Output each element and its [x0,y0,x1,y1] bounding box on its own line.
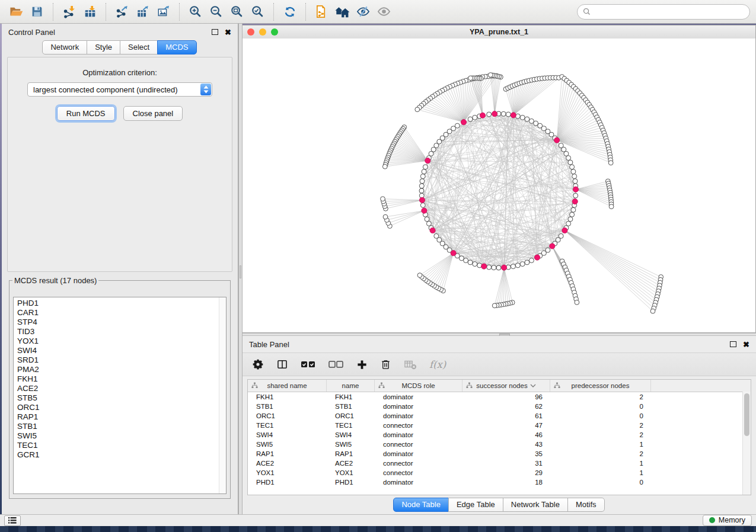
tab-edge-table[interactable]: Edge Table [448,498,503,512]
column-header-label: shared name [267,382,307,389]
mcds-result-item[interactable]: ACE2 [17,384,226,393]
table-row[interactable]: FKH1FKH1dominator962 [248,392,751,402]
mcds-result-item[interactable]: STB1 [17,422,226,431]
save-session-icon[interactable] [27,2,47,22]
float-panel-icon[interactable] [730,341,736,347]
tab-node-table[interactable]: Node Table [393,498,449,512]
mcds-result-item[interactable]: TID3 [17,327,226,336]
column-header-successor-nodes[interactable]: successor nodes [462,380,550,392]
list-scrollbar[interactable] [219,297,226,493]
float-panel-icon[interactable] [212,29,218,35]
split-panel-icon[interactable] [276,358,288,370]
unselect-all-icon[interactable] [328,360,344,369]
hide-selected-icon[interactable] [353,2,374,22]
optimization-criterion-select[interactable]: largest connected component (undirected) [27,82,212,97]
share-styles-icon[interactable] [311,2,332,22]
column-header-label: predecessor nodes [572,382,630,389]
table-scrollbar[interactable] [742,392,751,495]
mcds-result-list[interactable]: PHD1CAR1STP4TID3YOX1SWI4SRD1PMA2FKH1ACE2… [13,297,227,494]
mcds-result-item[interactable]: TEC1 [17,441,226,450]
import-network-icon[interactable] [59,2,79,22]
mcds-result-item[interactable]: ORC1 [17,403,226,412]
column-header-label: successor nodes [476,382,527,389]
network-window-titlebar[interactable]: YPA_prune.txt_1 [243,25,755,39]
tab-network-table[interactable]: Network Table [503,498,568,512]
mcds-result-item[interactable]: SWI5 [17,431,226,441]
cell-predecessor-nodes: 2 [550,422,651,429]
add-column-icon[interactable] [356,359,368,370]
tab-motifs[interactable]: Motifs [567,498,605,512]
vertical-splitter[interactable] [238,24,243,514]
show-hidden-icon[interactable] [374,2,394,22]
mcds-result-item[interactable]: CAR1 [17,308,226,318]
table-row[interactable]: SWI5SWI5connector431 [248,440,751,449]
close-panel-button[interactable]: Close panel [123,106,183,121]
table-row[interactable]: YOX1YOX1connector291 [248,468,751,477]
zoom-fit-icon[interactable] [227,2,247,22]
close-panel-icon[interactable]: ✖ [743,341,749,348]
mcds-result-item[interactable]: SRD1 [17,355,226,365]
delete-column-icon[interactable] [380,358,391,370]
mcds-result-item[interactable]: FKH1 [17,374,226,384]
table-row[interactable]: ACE2ACE2connector311 [248,459,751,468]
cell-predecessor-nodes: 1 [550,469,651,476]
sort-desc-icon [530,384,536,387]
column-header-name[interactable]: name [327,380,375,392]
search-field[interactable] [577,4,750,20]
search-input[interactable] [594,7,744,17]
main-toolbar [0,0,756,24]
splitter-grip[interactable] [240,265,241,278]
column-header-mcds-role[interactable]: MCDS role [375,380,462,392]
refresh-view-icon[interactable] [279,2,300,22]
run-mcds-button[interactable]: Run MCDS [57,106,115,121]
export-network-icon[interactable] [111,2,132,22]
table-row[interactable]: ORC1ORC1dominator610 [248,411,751,421]
select-all-icon[interactable] [301,360,316,369]
cell-mcds-role: dominator [375,393,462,400]
function-builder-icon[interactable]: f(x) [429,359,446,370]
network-canvas[interactable] [243,39,755,332]
table-row[interactable]: PHD1PHD1dominator180 [248,477,751,487]
first-neighbors-icon[interactable] [332,2,353,22]
import-table-icon[interactable] [79,2,100,22]
network-graph[interactable] [243,39,756,332]
column-header-predecessor-nodes[interactable]: predecessor nodes [550,380,651,392]
list-icon [8,517,17,524]
cell-name: STB1 [327,403,375,410]
tab-style[interactable]: Style [87,40,120,55]
tab-mcds[interactable]: MCDS [157,40,196,55]
tab-network[interactable]: Network [42,40,87,55]
column-header-shared-name[interactable]: shared name [248,380,327,392]
mcds-result-item[interactable]: PHD1 [17,299,226,308]
close-panel-icon[interactable]: ✖ [225,28,231,36]
table-panel: Table Panel ✖ [243,336,756,514]
mcds-result-item[interactable]: YOX1 [17,336,226,346]
delete-table-icon[interactable] [404,358,417,370]
export-table-icon[interactable] [132,2,153,22]
mcds-result-item[interactable]: STB5 [17,393,226,403]
cell-name: SWI4 [327,431,375,438]
memory-button[interactable]: Memory [703,515,752,526]
table-row[interactable]: RAP1RAP1dominator352 [248,449,751,459]
zoom-out-icon[interactable] [206,2,227,22]
cell-shared-name: STB1 [248,403,327,410]
network-column-icon [554,382,560,389]
zoom-selected-icon[interactable] [247,2,268,22]
table-row[interactable]: STB1STB1dominator620 [248,402,751,411]
mcds-result-item[interactable]: STP4 [17,318,226,327]
mcds-result-item[interactable]: GCR1 [17,450,226,460]
table-row[interactable]: TEC1TEC1connector472 [248,421,751,430]
export-image-icon[interactable] [153,2,174,22]
zoom-in-icon[interactable] [185,2,206,22]
tab-select[interactable]: Select [120,40,158,55]
mcds-result-item[interactable]: RAP1 [17,412,226,422]
mcds-result-item[interactable]: SWI4 [17,346,226,355]
tasks-list-button[interactable] [4,515,21,526]
mcds-tab-content: Optimization criterion: largest connecte… [7,57,232,272]
table-row[interactable]: SWI4SWI4dominator462 [248,430,751,440]
open-file-icon[interactable] [6,2,27,22]
table-options-gear-icon[interactable] [252,358,264,370]
scrollbar-thumb[interactable] [744,393,749,436]
cell-shared-name: RAP1 [248,450,327,457]
mcds-result-item[interactable]: PMA2 [17,365,226,374]
